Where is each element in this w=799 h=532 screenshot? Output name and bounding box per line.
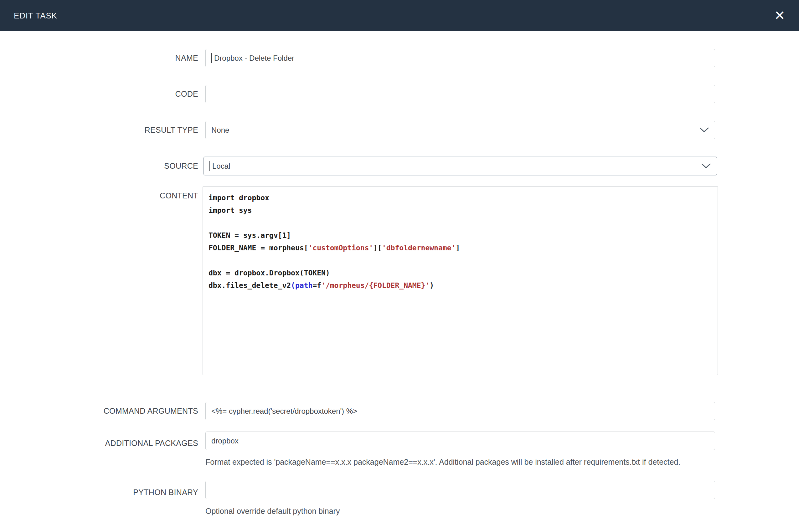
chevron-down-icon [699, 127, 709, 133]
edit-task-form: NAME Dropbox - Delete Folder CODE RESULT… [0, 31, 799, 517]
chevron-down-icon [701, 163, 711, 169]
source-select[interactable]: Local [204, 157, 717, 175]
text-caret [211, 53, 212, 63]
code-line: FOLDER_NAME = morpheus['customOptions'][… [208, 242, 712, 254]
code-line: dbx = dropbox.Dropbox(TOKEN) [208, 267, 712, 279]
code-input[interactable] [205, 85, 715, 103]
additional-packages-value: dropbox [211, 437, 239, 445]
code-line: dbx.files_delete_v2(path=f'/morpheus/{FO… [208, 279, 712, 292]
source-value: Local [212, 162, 230, 171]
code-line [208, 216, 712, 229]
additional-packages-help: Format expected is 'packageName==x.x.x p… [205, 456, 706, 468]
code-line: TOKEN = sys.argv[1] [208, 229, 712, 242]
modal-header: EDIT TASK ✕ [0, 0, 799, 31]
name-row: NAME Dropbox - Delete Folder [0, 49, 799, 67]
additional-packages-input[interactable]: dropbox [205, 432, 715, 450]
code-line: import dropbox [208, 191, 712, 204]
code-line: import sys [208, 204, 712, 216]
code-line [208, 254, 712, 267]
source-label: SOURCE [0, 157, 205, 175]
source-row: SOURCE Local [0, 157, 799, 175]
content-row: CONTENT import dropboximport sys TOKEN =… [0, 186, 799, 375]
additional-packages-row: ADDITIONAL PACKAGES dropbox Format expec… [0, 432, 799, 468]
name-input-value: Dropbox - Delete Folder [214, 54, 294, 62]
result-type-value: None [211, 126, 229, 135]
python-binary-row: PYTHON BINARY Optional override default … [0, 481, 799, 517]
python-binary-help: Optional override default python binary [205, 505, 706, 517]
code-row: CODE [0, 85, 799, 103]
python-binary-input[interactable] [205, 481, 715, 499]
python-binary-label: PYTHON BINARY [0, 481, 205, 499]
command-arguments-input[interactable]: <%= cypher.read('secret/dropboxtoken') %… [205, 402, 715, 420]
name-input[interactable]: Dropbox - Delete Folder [205, 49, 715, 67]
result-type-label: RESULT TYPE [0, 121, 205, 139]
text-caret [209, 161, 210, 171]
name-label: NAME [0, 49, 205, 67]
additional-packages-label: ADDITIONAL PACKAGES [0, 432, 205, 450]
command-arguments-row: COMMAND ARGUMENTS <%= cypher.read('secre… [0, 402, 799, 420]
result-type-row: RESULT TYPE None [0, 121, 799, 139]
edit-task-modal: EDIT TASK ✕ NAME Dropbox - Delete Folder… [0, 0, 799, 532]
command-arguments-label: COMMAND ARGUMENTS [0, 402, 205, 420]
command-arguments-value: <%= cypher.read('secret/dropboxtoken') %… [211, 407, 357, 416]
result-type-select[interactable]: None [205, 121, 715, 139]
modal-title: EDIT TASK [14, 11, 57, 21]
content-editor[interactable]: import dropboximport sys TOKEN = sys.arg… [203, 186, 718, 375]
content-label: CONTENT [0, 186, 205, 375]
close-icon[interactable]: ✕ [774, 9, 785, 22]
code-label: CODE [0, 85, 205, 103]
